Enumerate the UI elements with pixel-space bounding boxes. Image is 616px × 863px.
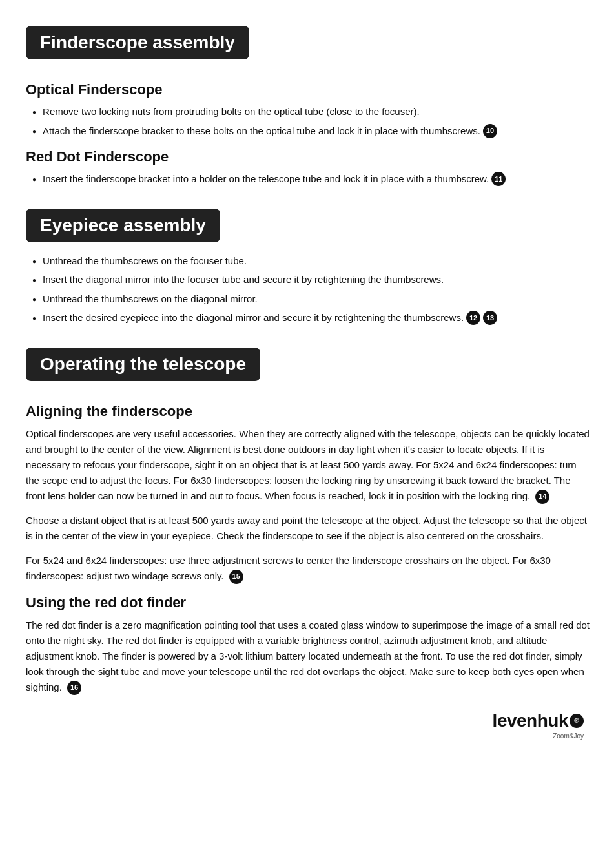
list-item: Unthread the thumbscrews on the diagonal… [32, 292, 590, 307]
list-item: Insert the finderscope bracket into a ho… [32, 172, 590, 187]
list-item: Remove two locking nuts from protruding … [32, 105, 590, 120]
badge-14: 14 [535, 490, 549, 504]
logo-text: levenhuk [493, 711, 568, 731]
section-header-operating-telescope: Operating the telescope [26, 348, 260, 381]
section-header-finderscope-assembly: Finderscope assembly [26, 26, 249, 59]
list-item-text: Unthread the thumbscrews on the diagonal… [43, 292, 258, 307]
badge-12: 12 [466, 311, 480, 325]
list-item: Insert the desired eyepiece into the dia… [32, 311, 590, 326]
subsection-title-optical-finderscope: Optical Finderscope [26, 81, 590, 98]
list-item-text: Unthread the thumbscrews on the focuser … [43, 254, 247, 269]
paragraph: Choose a distant object that is at least… [26, 513, 590, 544]
list-item-text: Insert the diagonal mirror into the focu… [43, 273, 444, 287]
logo-subtext: Zoom&Joy [553, 733, 584, 740]
page-content: Finderscope assemblyOptical FinderscopeR… [26, 19, 590, 740]
list-item-text: Insert the desired eyepiece into the dia… [43, 311, 464, 326]
list-item: Attach the finderscope bracket to these … [32, 124, 590, 139]
badge-13: 13 [483, 311, 497, 325]
badge-10: 10 [483, 124, 497, 138]
logo-box: levenhuk®Zoom&Joy [493, 711, 584, 740]
badge-11: 11 [491, 172, 506, 186]
bullet-list-optical-finderscope: Remove two locking nuts from protruding … [32, 105, 590, 138]
bullet-list-red-dot-finderscope: Insert the finderscope bracket into a ho… [32, 172, 590, 187]
bullet-list-eyepiece-steps: Unthread the thumbscrews on the focuser … [32, 254, 590, 326]
badge-16: 16 [67, 681, 81, 695]
section-finderscope-assembly: Finderscope assemblyOptical FinderscopeR… [26, 19, 590, 187]
paragraph: Optical finderscopes are very useful acc… [26, 426, 590, 504]
list-item-text: Remove two locking nuts from protruding … [43, 105, 420, 120]
section-operating-telescope: Operating the telescopeAligning the find… [26, 341, 590, 695]
subsection-title-red-dot-finderscope: Red Dot Finderscope [26, 149, 590, 165]
list-item-text: Attach the finderscope bracket to these … [43, 124, 480, 139]
section-header-eyepiece-assembly: Eyepiece assembly [26, 209, 220, 242]
list-item-text: Insert the finderscope bracket into a ho… [43, 172, 489, 187]
subsection-title-red-dot-finder: Using the red dot finder [26, 594, 590, 611]
section-eyepiece-assembly: Eyepiece assemblyUnthread the thumbscrew… [26, 202, 590, 326]
list-item: Unthread the thumbscrews on the focuser … [32, 254, 590, 269]
logo-badge: ® [570, 714, 584, 728]
badge-15: 15 [229, 570, 243, 584]
list-item: Insert the diagonal mirror into the focu… [32, 273, 590, 287]
paragraph: For 5x24 and 6x24 finderscopes: use thre… [26, 553, 590, 584]
subsection-title-aligning-finderscope: Aligning the finderscope [26, 403, 590, 420]
paragraph: The red dot finder is a zero magnificati… [26, 618, 590, 695]
logo-area: levenhuk®Zoom&Joy [26, 711, 590, 740]
